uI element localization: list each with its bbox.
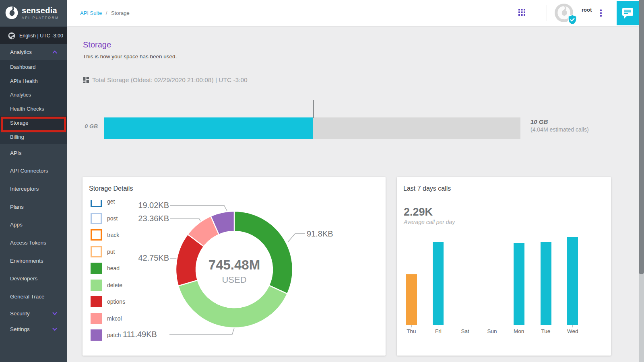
last-7-days-card: Last 7 days calls 2.29K Average call per…	[397, 177, 611, 356]
chevron-up-icon	[52, 50, 58, 54]
scrollbar-thumb[interactable]	[639, 0, 644, 274]
calls-bar-wed[interactable]	[567, 237, 578, 325]
scrollbar-track[interactable]	[639, 0, 644, 362]
sidebar-item-analytics[interactable]: Analytics	[0, 88, 67, 102]
sidebar-item-label: Interceptors	[10, 186, 39, 192]
callout-mkcol: 23.36KB	[123, 214, 169, 223]
chat-icon	[622, 8, 634, 19]
storage-bar-max-label: 10 GB	[530, 118, 589, 125]
calls-bar-chart: ThuFriSatSunMonTueWed	[397, 177, 611, 356]
top-bar: API Suite / Storage	[67, 0, 639, 26]
sidebar-item-label: Health Checks	[10, 106, 44, 112]
storage-bar-estimate-label: (4.04M estimated calls)	[530, 126, 589, 133]
total-storage-section: Total Storage (Oldest: 02/29/2020 21:00:…	[83, 76, 248, 84]
axis-tick	[492, 325, 492, 327]
axis-label-fri: Fri	[427, 328, 449, 334]
axis-label-sat: Sat	[454, 328, 476, 334]
axis-tick	[411, 325, 412, 327]
callout-options: 42.75KB	[123, 253, 169, 263]
sidebar-item-label: APIs Health	[10, 78, 38, 84]
sidebar-item-plans[interactable]: Plans	[0, 198, 67, 216]
axis-label-thu: Thu	[400, 328, 422, 334]
sidebar-item-label: Security	[10, 311, 30, 317]
sidebar-item-general-trace[interactable]: General Trace	[0, 288, 67, 306]
sidebar-item-api-connectors[interactable]: API Connectors	[0, 162, 67, 180]
sidebar-item-label: Environments	[10, 258, 43, 264]
axis-tick	[438, 325, 438, 327]
sidebar-item-label: Analytics	[10, 92, 31, 98]
sidebar-item-label: Storage	[10, 120, 29, 126]
storage-bar-min-label: 0 GB	[75, 123, 98, 130]
language-label: English | UTC -3:00	[19, 33, 63, 39]
sidebar-item-access-tokens[interactable]: Access Tokens	[0, 234, 67, 252]
donut-center-value: 745.48M	[190, 257, 279, 273]
chevron-down-icon	[52, 312, 58, 315]
brand-logo[interactable]: sensedia API PLATFORM	[0, 0, 67, 26]
sensedia-swirl-icon	[5, 6, 19, 20]
storage-bar-marker	[313, 100, 314, 118]
sidebar-item-security[interactable]: Security	[0, 306, 67, 321]
sidebar-item-label: Analytics	[10, 49, 32, 55]
calls-bar-thu[interactable]	[406, 274, 417, 325]
header-divider	[547, 5, 547, 21]
donut-slice-delete[interactable]	[178, 280, 287, 328]
sidebar-item-analytics[interactable]: Analytics	[0, 44, 67, 60]
sidebar-item-apps[interactable]: Apps	[0, 216, 67, 234]
page-title: Storage	[83, 40, 111, 49]
main-content: API Suite / Storage	[67, 0, 639, 362]
donut-center-label: USED	[190, 275, 279, 285]
calls-bar-fri[interactable]	[433, 242, 444, 325]
sidebar-item-label: Dashboard	[10, 64, 36, 70]
breadcrumb-current: Storage	[111, 10, 130, 16]
sidebar-item-settings[interactable]: Settings	[0, 321, 67, 337]
sidebar-item-label: Plans	[10, 204, 24, 210]
calls-bar-tue[interactable]	[541, 242, 551, 325]
sidebar-item-interceptors[interactable]: Interceptors	[0, 180, 67, 198]
axis-label-mon: Mon	[508, 328, 530, 334]
sidebar-item-label: API Connectors	[10, 168, 48, 174]
breadcrumb: API Suite / Storage	[80, 10, 130, 16]
axis-tick	[465, 325, 465, 327]
sidebar-item-billing[interactable]: Billing	[0, 130, 67, 144]
storage-bar-max: 10 GB (4.04M estimated calls)	[530, 118, 589, 133]
callout-delete: 111.49KB	[123, 330, 157, 339]
sidebar-item-apis-health[interactable]: APIs Health	[0, 74, 67, 88]
apps-grid-icon[interactable]	[518, 9, 525, 17]
callout-patch: 19.02KB	[123, 201, 169, 210]
breadcrumb-api-suite[interactable]: API Suite	[80, 10, 102, 16]
total-storage-title: Total Storage (Oldest: 02/29/2020 21:00:…	[92, 76, 248, 84]
user-name: root	[582, 7, 592, 13]
sidebar-item-label: General Trace	[10, 294, 45, 300]
brand-tagline: API PLATFORM	[22, 16, 59, 20]
page-subtitle: This is how your space has been used.	[83, 53, 177, 60]
axis-tick	[546, 325, 546, 327]
breadcrumb-separator: /	[106, 10, 107, 16]
storage-details-card: Storage Details getposttrackputheaddelet…	[83, 177, 386, 356]
sidebar-item-label: Apps	[10, 222, 23, 228]
sidebar-item-label: Billing	[10, 134, 24, 140]
chat-button[interactable]	[617, 1, 639, 25]
language-selector[interactable]: English | UTC -3:00	[0, 27, 67, 44]
sidebar-item-label: Settings	[10, 326, 30, 332]
total-storage-bar-used	[104, 117, 313, 139]
sidebar-item-environments[interactable]: Environments	[0, 252, 67, 270]
axis-tick	[572, 325, 573, 327]
sidebar-item-developers[interactable]: Developers	[0, 270, 67, 288]
total-storage-bar	[104, 117, 520, 139]
sidebar-item-apis[interactable]: APIs	[0, 144, 67, 162]
sidebar-item-label: APIs	[10, 150, 22, 156]
storage-blocks-icon	[83, 77, 89, 83]
donut-center: 745.48M USED	[190, 257, 279, 285]
sidebar-item-health-checks[interactable]: Health Checks	[0, 102, 67, 116]
calls-bar-mon[interactable]	[514, 243, 524, 325]
axis-label-sun: Sun	[481, 328, 503, 334]
sidebar: sensedia API PLATFORM English | UTC -3:0…	[0, 0, 67, 362]
axis-label-tue: Tue	[535, 328, 557, 334]
kebab-menu-icon[interactable]	[600, 9, 602, 19]
axis-tick	[519, 325, 519, 327]
globe-icon	[8, 32, 15, 39]
sidebar-nav: AnalyticsDashboardAPIs HealthAnalyticsHe…	[0, 44, 67, 337]
sidebar-item-storage[interactable]: Storage	[0, 116, 67, 130]
axis-label-wed: Wed	[562, 328, 584, 334]
sidebar-item-dashboard[interactable]: Dashboard	[0, 60, 67, 74]
